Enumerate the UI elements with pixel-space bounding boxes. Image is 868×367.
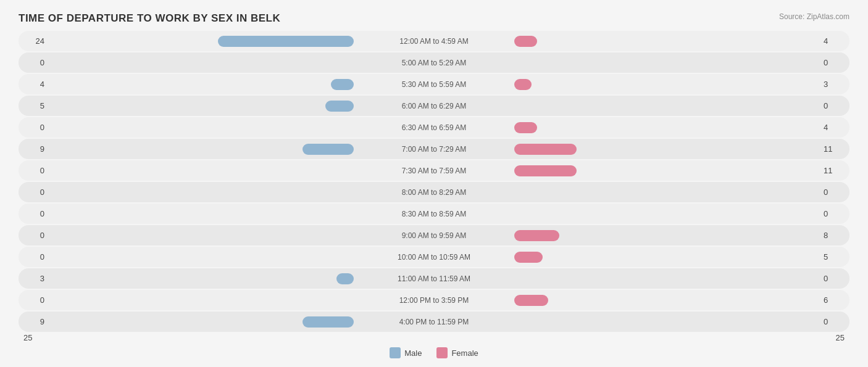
female-value: 11 bbox=[820, 166, 845, 175]
chart-row: 07:30 AM to 7:59 AM11 bbox=[19, 160, 849, 181]
chart-row: 05:00 AM to 5:29 AM0 bbox=[19, 52, 849, 73]
male-bar-wrap bbox=[48, 292, 434, 308]
source-label: Source: ZipAtlas.com bbox=[779, 12, 849, 21]
female-bar bbox=[514, 230, 559, 241]
female-bar-wrap bbox=[434, 76, 820, 93]
male-swatch bbox=[390, 347, 401, 358]
bars-wrapper: 6:30 AM to 6:59 AM bbox=[48, 120, 820, 136]
male-value: 0 bbox=[23, 295, 48, 305]
bars-wrapper: 5:00 AM to 5:29 AM bbox=[48, 55, 820, 71]
male-bar bbox=[303, 144, 354, 155]
male-bar-wrap bbox=[48, 228, 434, 244]
male-bar bbox=[303, 316, 354, 328]
female-value: 5 bbox=[820, 252, 845, 262]
axis-left: 25 bbox=[23, 333, 48, 342]
bars-wrapper: 4:00 PM to 11:59 PM bbox=[48, 314, 820, 330]
female-bar-wrap bbox=[434, 55, 820, 71]
female-bar bbox=[514, 122, 537, 133]
female-value: 0 bbox=[820, 274, 845, 283]
chart-title: TIME OF DEPARTURE TO WORK BY SEX IN BELK bbox=[19, 12, 280, 24]
male-bar-wrap bbox=[48, 98, 434, 114]
chart-row: 09:00 AM to 9:59 AM8 bbox=[19, 225, 849, 245]
axis-right: 25 bbox=[820, 333, 845, 342]
male-bar-wrap bbox=[48, 184, 434, 200]
chart-row: 06:30 AM to 6:59 AM4 bbox=[19, 117, 849, 138]
female-bar-wrap bbox=[434, 98, 820, 114]
bars-wrapper: 12:00 PM to 3:59 PM bbox=[48, 292, 820, 308]
male-value: 0 bbox=[23, 209, 48, 218]
bars-wrapper: 8:00 AM to 8:29 AM bbox=[48, 184, 820, 200]
male-bar bbox=[331, 79, 354, 90]
male-bar-wrap bbox=[48, 271, 434, 287]
male-value: 0 bbox=[23, 188, 48, 197]
female-value: 0 bbox=[820, 101, 845, 110]
chart-row: 012:00 PM to 3:59 PM6 bbox=[19, 290, 849, 310]
female-bar bbox=[514, 79, 532, 90]
female-value: 0 bbox=[820, 317, 845, 326]
male-bar-wrap bbox=[48, 249, 434, 265]
axis-row: 25 25 bbox=[19, 333, 849, 342]
chart-row: 311:00 AM to 11:59 AM0 bbox=[19, 268, 849, 289]
bars-wrapper: 5:30 AM to 5:59 AM bbox=[48, 76, 820, 93]
male-label: Male bbox=[404, 348, 422, 358]
female-bar-wrap bbox=[434, 184, 820, 200]
bars-wrapper: 7:30 AM to 7:59 AM bbox=[48, 163, 820, 179]
female-bar bbox=[514, 144, 577, 155]
legend: Male Female bbox=[19, 347, 849, 358]
male-bar-wrap bbox=[48, 55, 434, 71]
female-bar-wrap bbox=[434, 120, 820, 136]
male-bar-wrap bbox=[48, 120, 434, 136]
female-value: 0 bbox=[820, 58, 845, 67]
male-value: 9 bbox=[23, 317, 48, 326]
chart-row: 08:00 AM to 8:29 AM0 bbox=[19, 182, 849, 202]
chart-row: 010:00 AM to 10:59 AM5 bbox=[19, 247, 849, 267]
male-value: 9 bbox=[23, 144, 48, 154]
male-bar-wrap bbox=[48, 206, 434, 222]
male-bar bbox=[218, 36, 354, 47]
bars-wrapper: 8:30 AM to 8:59 AM bbox=[48, 206, 820, 222]
male-value: 0 bbox=[23, 252, 48, 262]
legend-male: Male bbox=[390, 347, 422, 358]
female-bar-wrap bbox=[434, 206, 820, 222]
legend-female: Female bbox=[436, 347, 478, 358]
female-value: 0 bbox=[820, 209, 845, 218]
male-bar-wrap bbox=[48, 76, 434, 93]
female-bar-wrap bbox=[434, 292, 820, 308]
bars-wrapper: 10:00 AM to 10:59 AM bbox=[48, 249, 820, 265]
chart-row: 08:30 AM to 8:59 AM0 bbox=[19, 204, 849, 224]
male-bar bbox=[336, 273, 354, 284]
chart-row: 45:30 AM to 5:59 AM3 bbox=[19, 74, 849, 94]
female-value: 6 bbox=[820, 295, 845, 305]
male-value: 0 bbox=[23, 58, 48, 67]
male-bar-wrap bbox=[48, 163, 434, 179]
female-bar-wrap bbox=[434, 33, 820, 49]
female-value: 3 bbox=[820, 80, 845, 89]
bars-wrapper: 6:00 AM to 6:29 AM bbox=[48, 98, 820, 114]
male-bar bbox=[325, 101, 354, 112]
female-bar bbox=[514, 295, 548, 306]
male-value: 5 bbox=[23, 101, 48, 110]
female-value: 8 bbox=[820, 231, 845, 240]
male-value: 0 bbox=[23, 231, 48, 240]
female-value: 4 bbox=[820, 123, 845, 132]
female-bar bbox=[514, 36, 537, 47]
male-value: 3 bbox=[23, 274, 48, 283]
female-bar-wrap bbox=[434, 228, 820, 244]
male-value: 24 bbox=[23, 36, 48, 46]
bars-wrapper: 7:00 AM to 7:29 AM bbox=[48, 141, 820, 157]
male-bar-wrap bbox=[48, 141, 434, 157]
male-value: 0 bbox=[23, 123, 48, 132]
chart-row: 97:00 AM to 7:29 AM11 bbox=[19, 139, 849, 159]
female-bar bbox=[514, 165, 577, 176]
chart-row: 94:00 PM to 11:59 PM0 bbox=[19, 311, 849, 332]
bars-wrapper: 12:00 AM to 4:59 AM bbox=[48, 33, 820, 49]
female-bar-wrap bbox=[434, 141, 820, 157]
chart-container: TIME OF DEPARTURE TO WORK BY SEX IN BELK… bbox=[19, 12, 849, 358]
female-bar-wrap bbox=[434, 314, 820, 330]
female-value: 11 bbox=[820, 144, 845, 154]
female-bar-wrap bbox=[434, 249, 820, 265]
female-bar-wrap bbox=[434, 163, 820, 179]
female-label: Female bbox=[451, 348, 478, 358]
chart-area: 2412:00 AM to 4:59 AM405:00 AM to 5:29 A… bbox=[19, 31, 849, 332]
chart-row: 2412:00 AM to 4:59 AM4 bbox=[19, 31, 849, 51]
